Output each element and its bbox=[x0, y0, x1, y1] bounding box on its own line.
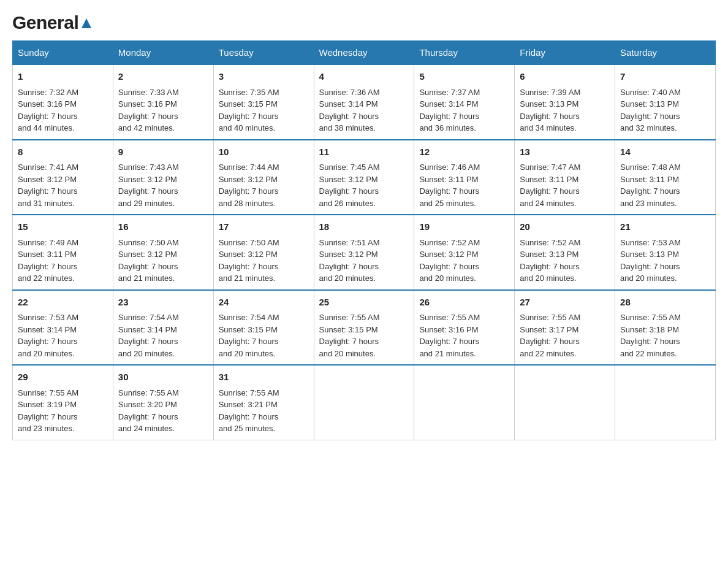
calendar-cell-week3-day3: 17Sunrise: 7:50 AMSunset: 3:12 PMDayligh… bbox=[213, 215, 314, 290]
day-number: 15 bbox=[18, 220, 108, 234]
calendar-cell-week3-day4: 18Sunrise: 7:51 AMSunset: 3:12 PMDayligh… bbox=[314, 215, 414, 290]
calendar-cell-week5-day4 bbox=[314, 365, 414, 440]
day-info: Sunrise: 7:44 AMSunset: 3:12 PMDaylight:… bbox=[219, 161, 309, 209]
calendar-week-1: 1Sunrise: 7:32 AMSunset: 3:16 PMDaylight… bbox=[13, 64, 716, 140]
day-info: Sunrise: 7:55 AMSunset: 3:21 PMDaylight:… bbox=[219, 387, 309, 435]
calendar-cell-week4-day4: 25Sunrise: 7:55 AMSunset: 3:15 PMDayligh… bbox=[314, 290, 414, 366]
day-info: Sunrise: 7:50 AMSunset: 3:12 PMDaylight:… bbox=[118, 237, 208, 285]
calendar-cell-week3-day6: 20Sunrise: 7:52 AMSunset: 3:13 PMDayligh… bbox=[515, 215, 615, 290]
day-number: 12 bbox=[419, 145, 509, 159]
day-number: 27 bbox=[520, 296, 610, 310]
svg-marker-0 bbox=[82, 18, 91, 28]
logo-triangle-icon bbox=[80, 16, 93, 32]
calendar-cell-week4-day7: 28Sunrise: 7:55 AMSunset: 3:18 PMDayligh… bbox=[615, 290, 716, 366]
day-number: 13 bbox=[520, 145, 610, 159]
page-header: General bbox=[12, 12, 716, 31]
calendar-cell-week5-day2: 30Sunrise: 7:55 AMSunset: 3:20 PMDayligh… bbox=[113, 365, 213, 440]
day-number: 22 bbox=[18, 296, 108, 310]
day-number: 2 bbox=[118, 70, 208, 84]
calendar-cell-week4-day6: 27Sunrise: 7:55 AMSunset: 3:17 PMDayligh… bbox=[515, 290, 615, 366]
calendar-cell-week5-day7 bbox=[615, 365, 716, 440]
calendar-cell-week2-day7: 14Sunrise: 7:48 AMSunset: 3:11 PMDayligh… bbox=[615, 140, 716, 215]
day-info: Sunrise: 7:40 AMSunset: 3:13 PMDaylight:… bbox=[620, 86, 710, 134]
col-saturday: Saturday bbox=[615, 41, 716, 65]
day-number: 3 bbox=[219, 70, 309, 84]
day-info: Sunrise: 7:53 AMSunset: 3:14 PMDaylight:… bbox=[18, 312, 108, 359]
logo-general-text: General bbox=[12, 12, 78, 33]
day-info: Sunrise: 7:39 AMSunset: 3:13 PMDaylight:… bbox=[520, 86, 610, 134]
day-info: Sunrise: 7:54 AMSunset: 3:14 PMDaylight:… bbox=[118, 312, 208, 359]
col-thursday: Thursday bbox=[414, 41, 515, 65]
day-number: 28 bbox=[620, 296, 710, 310]
calendar-cell-week2-day6: 13Sunrise: 7:47 AMSunset: 3:11 PMDayligh… bbox=[515, 140, 615, 215]
calendar-cell-week4-day3: 24Sunrise: 7:54 AMSunset: 3:15 PMDayligh… bbox=[213, 290, 314, 366]
calendar-cell-week5-day3: 31Sunrise: 7:55 AMSunset: 3:21 PMDayligh… bbox=[213, 365, 314, 440]
day-number: 16 bbox=[118, 220, 208, 234]
day-number: 8 bbox=[18, 145, 108, 159]
calendar-cell-week1-day4: 4Sunrise: 7:36 AMSunset: 3:14 PMDaylight… bbox=[314, 64, 414, 140]
logo: General bbox=[12, 12, 93, 31]
day-info: Sunrise: 7:33 AMSunset: 3:16 PMDaylight:… bbox=[118, 86, 208, 134]
calendar-cell-week1-day7: 7Sunrise: 7:40 AMSunset: 3:13 PMDaylight… bbox=[615, 64, 716, 140]
calendar-cell-week3-day2: 16Sunrise: 7:50 AMSunset: 3:12 PMDayligh… bbox=[113, 215, 213, 290]
day-number: 9 bbox=[118, 145, 208, 159]
day-number: 25 bbox=[319, 296, 409, 310]
day-number: 21 bbox=[620, 220, 710, 234]
calendar-cell-week3-day1: 15Sunrise: 7:49 AMSunset: 3:11 PMDayligh… bbox=[13, 215, 113, 290]
day-number: 19 bbox=[419, 220, 509, 234]
calendar-cell-week4-day5: 26Sunrise: 7:55 AMSunset: 3:16 PMDayligh… bbox=[414, 290, 515, 366]
col-sunday: Sunday bbox=[13, 41, 113, 65]
calendar-table: Sunday Monday Tuesday Wednesday Thursday… bbox=[12, 40, 716, 440]
day-info: Sunrise: 7:50 AMSunset: 3:12 PMDaylight:… bbox=[219, 237, 309, 285]
calendar-header-row: Sunday Monday Tuesday Wednesday Thursday… bbox=[13, 41, 716, 65]
day-info: Sunrise: 7:55 AMSunset: 3:15 PMDaylight:… bbox=[319, 312, 409, 359]
calendar-cell-week5-day1: 29Sunrise: 7:55 AMSunset: 3:19 PMDayligh… bbox=[13, 365, 113, 440]
calendar-cell-week1-day2: 2Sunrise: 7:33 AMSunset: 3:16 PMDaylight… bbox=[113, 64, 213, 140]
day-number: 31 bbox=[219, 370, 309, 385]
day-number: 11 bbox=[319, 145, 409, 159]
calendar-week-5: 29Sunrise: 7:55 AMSunset: 3:19 PMDayligh… bbox=[13, 365, 716, 440]
day-info: Sunrise: 7:43 AMSunset: 3:12 PMDaylight:… bbox=[118, 161, 208, 209]
day-info: Sunrise: 7:41 AMSunset: 3:12 PMDaylight:… bbox=[18, 161, 108, 209]
day-number: 29 bbox=[18, 370, 108, 385]
calendar-cell-week2-day2: 9Sunrise: 7:43 AMSunset: 3:12 PMDaylight… bbox=[113, 140, 213, 215]
calendar-week-4: 22Sunrise: 7:53 AMSunset: 3:14 PMDayligh… bbox=[13, 290, 716, 366]
calendar-cell-week1-day5: 5Sunrise: 7:37 AMSunset: 3:14 PMDaylight… bbox=[414, 64, 515, 140]
day-info: Sunrise: 7:55 AMSunset: 3:16 PMDaylight:… bbox=[419, 312, 509, 359]
day-info: Sunrise: 7:52 AMSunset: 3:13 PMDaylight:… bbox=[520, 237, 610, 285]
calendar-cell-week4-day2: 23Sunrise: 7:54 AMSunset: 3:14 PMDayligh… bbox=[113, 290, 213, 366]
day-number: 7 bbox=[620, 70, 710, 84]
day-info: Sunrise: 7:32 AMSunset: 3:16 PMDaylight:… bbox=[18, 86, 108, 134]
calendar-cell-week5-day5 bbox=[414, 365, 515, 440]
day-number: 1 bbox=[18, 70, 108, 84]
col-friday: Friday bbox=[515, 41, 615, 65]
calendar-cell-week1-day6: 6Sunrise: 7:39 AMSunset: 3:13 PMDaylight… bbox=[515, 64, 615, 140]
calendar-cell-week4-day1: 22Sunrise: 7:53 AMSunset: 3:14 PMDayligh… bbox=[13, 290, 113, 366]
day-info: Sunrise: 7:37 AMSunset: 3:14 PMDaylight:… bbox=[419, 86, 509, 134]
calendar-week-2: 8Sunrise: 7:41 AMSunset: 3:12 PMDaylight… bbox=[13, 140, 716, 215]
day-number: 20 bbox=[520, 220, 610, 234]
day-info: Sunrise: 7:46 AMSunset: 3:11 PMDaylight:… bbox=[419, 161, 509, 209]
day-number: 23 bbox=[118, 296, 208, 310]
calendar-cell-week3-day5: 19Sunrise: 7:52 AMSunset: 3:12 PMDayligh… bbox=[414, 215, 515, 290]
calendar-cell-week2-day5: 12Sunrise: 7:46 AMSunset: 3:11 PMDayligh… bbox=[414, 140, 515, 215]
calendar-cell-week2-day4: 11Sunrise: 7:45 AMSunset: 3:12 PMDayligh… bbox=[314, 140, 414, 215]
day-info: Sunrise: 7:54 AMSunset: 3:15 PMDaylight:… bbox=[219, 312, 309, 359]
calendar-week-3: 15Sunrise: 7:49 AMSunset: 3:11 PMDayligh… bbox=[13, 215, 716, 290]
day-number: 5 bbox=[419, 70, 509, 84]
day-number: 17 bbox=[219, 220, 309, 234]
day-info: Sunrise: 7:52 AMSunset: 3:12 PMDaylight:… bbox=[419, 237, 509, 285]
col-wednesday: Wednesday bbox=[314, 41, 414, 65]
col-monday: Monday bbox=[113, 41, 213, 65]
day-info: Sunrise: 7:51 AMSunset: 3:12 PMDaylight:… bbox=[319, 237, 409, 285]
day-info: Sunrise: 7:55 AMSunset: 3:19 PMDaylight:… bbox=[18, 387, 108, 435]
day-number: 10 bbox=[219, 145, 309, 159]
calendar-cell-week2-day1: 8Sunrise: 7:41 AMSunset: 3:12 PMDaylight… bbox=[13, 140, 113, 215]
day-number: 24 bbox=[219, 296, 309, 310]
day-info: Sunrise: 7:55 AMSunset: 3:18 PMDaylight:… bbox=[620, 312, 710, 359]
day-number: 26 bbox=[419, 296, 509, 310]
calendar-cell-week1-day1: 1Sunrise: 7:32 AMSunset: 3:16 PMDaylight… bbox=[13, 64, 113, 140]
day-info: Sunrise: 7:36 AMSunset: 3:14 PMDaylight:… bbox=[319, 86, 409, 134]
day-info: Sunrise: 7:55 AMSunset: 3:17 PMDaylight:… bbox=[520, 312, 610, 359]
calendar-cell-week3-day7: 21Sunrise: 7:53 AMSunset: 3:13 PMDayligh… bbox=[615, 215, 716, 290]
